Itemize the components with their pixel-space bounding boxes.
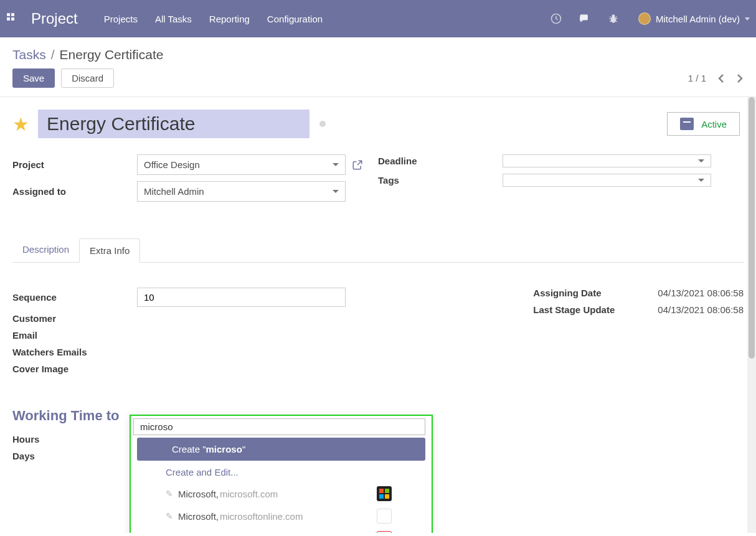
assigned-label: Assigned to [12, 186, 137, 197]
nav-projects[interactable]: Projects [104, 14, 138, 24]
nav-reporting[interactable]: Reporting [209, 14, 250, 24]
nav-all-tasks[interactable]: All Tasks [155, 14, 192, 24]
svg-rect-7 [379, 489, 384, 493]
tags-label: Tags [378, 175, 503, 186]
create-prefix: Create " [172, 444, 206, 454]
tab-description[interactable]: Description [12, 238, 79, 262]
archive-icon [680, 118, 694, 130]
dropdown-option[interactable]: ✎Microsoft, microsoftonline.com [131, 505, 432, 527]
discard-button[interactable]: Discard [61, 68, 114, 88]
chevron-down-icon [333, 190, 339, 193]
external-link-icon[interactable] [352, 159, 363, 171]
svg-rect-3 [11, 17, 14, 21]
pager-count: 1 / 1 [688, 73, 706, 83]
option-name: Microsoft, [178, 489, 219, 499]
customer-autocomplete-dropdown: Create "microso" Create and Edit... ✎Mic… [130, 415, 433, 533]
dropdown-items: ✎Microsoft, microsoft.com✎Microsoft, mic… [131, 482, 432, 533]
active-toggle[interactable]: Active [667, 112, 740, 136]
option-domain: microsoft.com [220, 489, 278, 499]
svg-rect-2 [7, 17, 10, 21]
create-and-edit-option[interactable]: Create and Edit... [131, 462, 432, 482]
top-bar: Project Projects All Tasks Reporting Con… [0, 0, 756, 37]
chevron-down-icon [698, 179, 704, 182]
svg-rect-8 [385, 489, 389, 493]
watchers-label: Watchers Emails [12, 347, 137, 357]
top-icons [550, 12, 620, 25]
vertical-scrollbar[interactable] [747, 97, 756, 533]
deadline-label: Deadline [378, 156, 503, 166]
tab-extra-info[interactable]: Extra Info [79, 238, 140, 263]
scrollbar-thumb[interactable] [749, 97, 755, 359]
pencil-icon: ✎ [166, 511, 173, 521]
clock-icon[interactable] [550, 12, 562, 25]
email-label: Email [12, 330, 137, 341]
create-quick-option[interactable]: Create "microso" [137, 438, 425, 461]
pager: 1 / 1 [688, 73, 744, 83]
dropdown-option[interactable]: ✎Microsoft, microsoft.com [131, 482, 432, 505]
active-label: Active [701, 119, 727, 129]
messages-icon[interactable] [579, 12, 591, 25]
svg-rect-0 [7, 13, 10, 16]
customer-label: Customer [12, 313, 137, 324]
avatar-icon [638, 12, 651, 25]
app-name: Project [31, 10, 78, 27]
dropdown-option[interactable]: ✎Microsoft, wunderlist.com★ [131, 527, 432, 533]
sequence-input[interactable] [137, 288, 346, 307]
company-logo-icon [377, 486, 392, 501]
breadcrumb: Tasks / Energy Certificate [0, 37, 756, 63]
customer-input[interactable] [139, 421, 420, 433]
user-menu[interactable]: Mitchell Admin (dev) [638, 12, 750, 25]
main-nav: Projects All Tasks Reporting Configurati… [104, 14, 323, 24]
svg-point-6 [612, 14, 615, 17]
task-title-input[interactable] [38, 110, 309, 138]
svg-rect-9 [379, 494, 384, 499]
breadcrumb-current: Energy Certificate [60, 47, 164, 62]
create-query: microso [206, 444, 242, 454]
sequence-label: Sequence [12, 292, 137, 303]
form-sheet: ★ Active Project Office Design Assigned … [0, 97, 756, 533]
project-label: Project [12, 159, 137, 170]
assigned-select[interactable]: Mitchell Admin [137, 181, 346, 202]
apps-icon[interactable] [6, 12, 19, 25]
chevron-down-icon [745, 17, 750, 21]
pager-next-icon[interactable] [736, 73, 744, 83]
star-icon[interactable]: ★ [12, 113, 29, 135]
option-name: Microsoft, [178, 511, 219, 522]
svg-rect-10 [385, 494, 389, 499]
customer-input-wrapper [133, 418, 425, 435]
bug-icon[interactable] [607, 12, 620, 25]
company-logo-icon: ★ [377, 531, 392, 533]
tags-select[interactable] [503, 174, 711, 187]
deadline-select[interactable] [503, 154, 711, 167]
breadcrumb-parent[interactable]: Tasks [12, 47, 46, 62]
breadcrumb-separator: / [51, 47, 55, 62]
nav-configuration[interactable]: Configuration [267, 14, 323, 24]
tabs: Description Extra Info [12, 238, 744, 263]
user-name: Mitchell Admin (dev) [656, 14, 740, 24]
extra-info-panel: Sequence Customer Email Watchers Emails … [12, 288, 744, 380]
kanban-state-icon[interactable] [319, 121, 326, 127]
company-logo-icon [377, 509, 392, 524]
action-bar: Save Discard 1 / 1 [0, 63, 756, 97]
assigning-date-value: 04/13/2021 08:06:58 [658, 288, 744, 298]
option-domain: microsoftonline.com [220, 511, 303, 522]
last-stage-label: Last Stage Update [533, 304, 658, 315]
chevron-down-icon [333, 163, 339, 166]
chevron-down-icon [698, 159, 704, 162]
pager-prev-icon[interactable] [717, 73, 725, 83]
title-row: ★ Active [12, 110, 744, 138]
cover-label: Cover Image [12, 364, 137, 374]
svg-rect-1 [11, 13, 14, 16]
top-fields: Project Office Design Assigned to Mitche… [12, 154, 744, 208]
project-select[interactable]: Office Design [137, 154, 346, 175]
assigning-date-label: Assigning Date [533, 288, 658, 298]
last-stage-value: 04/13/2021 08:06:58 [658, 304, 744, 315]
create-suffix: " [242, 444, 245, 454]
save-button[interactable]: Save [12, 68, 55, 88]
pencil-icon: ✎ [166, 489, 173, 499]
